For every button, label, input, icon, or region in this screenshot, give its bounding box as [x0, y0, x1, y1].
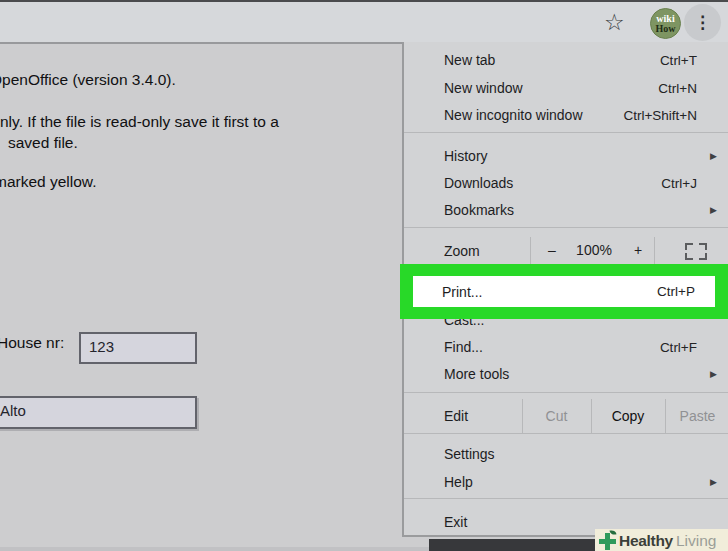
submenu-arrow-icon: ▶: [710, 151, 717, 161]
doc-line-marked-yellow: marked yellow.: [0, 172, 97, 192]
menu-item-edit-row: Edit Cut Copy Paste: [404, 399, 728, 433]
watermark-light-text: Living: [676, 532, 717, 550]
page-bottom-strip: [0, 547, 430, 551]
menu-separator: [404, 132, 728, 133]
menu-label: History: [444, 148, 488, 164]
menu-item-new-tab[interactable]: New tab Ctrl+T: [404, 46, 728, 74]
menu-shortcut: Ctrl+N: [658, 81, 697, 96]
menu-label: Help: [444, 474, 473, 490]
wikihow-logo: wiki How: [650, 8, 681, 39]
menu-label: New incognito window: [444, 107, 583, 123]
menu-item-more-tools[interactable]: More tools ▶: [404, 360, 728, 388]
menu-item-settings[interactable]: Settings: [404, 440, 728, 468]
doc-line-openoffice: OpenOffice (version 3.4.0).: [0, 70, 176, 90]
menu-separator: [404, 227, 728, 228]
zoom-out-button[interactable]: –: [545, 242, 559, 258]
menu-item-history[interactable]: History ▶: [404, 142, 728, 170]
screenshot-root: OpenOffice (version 3.4.0). nly. If the …: [0, 0, 728, 551]
healthy-living-watermark: Healthy Living: [595, 529, 728, 551]
three-dots-icon: ⋮: [694, 13, 711, 32]
watermark-bold-text: Healthy: [619, 532, 673, 550]
menu-shortcut: Ctrl+Shift+N: [623, 108, 697, 123]
browser-toolbar: ☆ wiki How ⋮: [0, 2, 728, 44]
menu-label: Find...: [444, 339, 483, 355]
menu-label: Downloads: [444, 175, 513, 191]
doc-line-savedfile: saved file.: [8, 133, 78, 153]
menu-shortcut: Ctrl+F: [660, 340, 697, 355]
menu-separator: [404, 498, 728, 499]
menu-item-new-incognito-window[interactable]: New incognito window Ctrl+Shift+N: [404, 101, 728, 129]
submenu-arrow-icon: ▶: [710, 477, 717, 487]
menu-item-new-window[interactable]: New window Ctrl+N: [404, 74, 728, 102]
edit-label: Edit: [404, 408, 522, 424]
menu-shortcut: Ctrl+J: [661, 176, 697, 191]
doc-line-readonly: nly. If the file is read-only save it fi…: [0, 112, 279, 132]
menu-item-find[interactable]: Find... Ctrl+F: [404, 333, 728, 361]
menu-label: Print...: [442, 284, 482, 300]
menu-label: Zoom: [444, 243, 480, 259]
copy-button[interactable]: Copy: [591, 408, 665, 424]
bookmark-star-icon[interactable]: ☆: [604, 9, 625, 35]
menu-label: More tools: [444, 366, 509, 382]
menu-item-downloads[interactable]: Downloads Ctrl+J: [404, 169, 728, 197]
menu-label: New tab: [444, 52, 495, 68]
menu-item-print[interactable]: Print... Ctrl+P: [413, 276, 715, 307]
zoom-divider: [654, 237, 655, 265]
edit-row-divider: [591, 399, 592, 433]
menu-label: Exit: [444, 514, 467, 530]
house-nr-input[interactable]: 123: [79, 332, 197, 364]
menu-separator: [404, 433, 728, 434]
chrome-menu-button[interactable]: ⋮: [684, 4, 721, 41]
menu-item-help[interactable]: Help ▶: [404, 468, 728, 496]
menu-item-zoom: Zoom – 100% +: [404, 237, 728, 265]
health-plus-icon: [599, 533, 616, 550]
paste-button: Paste: [665, 408, 728, 424]
fullscreen-icon[interactable]: [685, 243, 707, 260]
zoom-level-value: 100%: [572, 242, 616, 258]
house-nr-label: House nr:: [0, 334, 64, 352]
menu-label: Bookmarks: [444, 202, 514, 218]
menu-item-bookmarks[interactable]: Bookmarks ▶: [404, 196, 728, 224]
edit-row-divider: [522, 399, 523, 433]
cut-button: Cut: [522, 408, 591, 424]
city-input[interactable]: Alto: [0, 396, 197, 429]
menu-shortcut: Ctrl+P: [657, 284, 695, 299]
menu-label: New window: [444, 80, 523, 96]
submenu-arrow-icon: ▶: [710, 205, 717, 215]
menu-shortcut: Ctrl+T: [660, 53, 697, 68]
wikihow-logo-bottom: How: [651, 24, 680, 34]
submenu-arrow-icon: ▶: [710, 369, 717, 379]
zoom-in-button[interactable]: +: [631, 242, 645, 258]
print-highlight-box: Print... Ctrl+P: [400, 264, 728, 319]
edit-row-divider: [665, 399, 666, 433]
menu-label: Settings: [444, 446, 495, 462]
menu-separator: [404, 392, 728, 393]
zoom-divider: [530, 237, 531, 265]
